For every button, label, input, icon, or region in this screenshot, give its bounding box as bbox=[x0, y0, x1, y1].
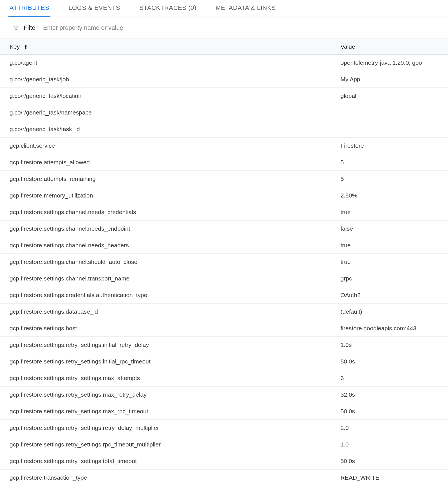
cell-value: 50.0s bbox=[341, 358, 448, 365]
cell-key: gcp.firestore.settings.credentials.authe… bbox=[0, 292, 341, 298]
cell-key: gcp.firestore.settings.channel.transport… bbox=[0, 275, 341, 282]
column-header-value-label: Value bbox=[341, 43, 355, 50]
table-row[interactable]: gcp.firestore.settings.channel.needs_hea… bbox=[0, 237, 448, 254]
table-row[interactable]: gcp.firestore.settings.database_id(defau… bbox=[0, 304, 448, 320]
cell-value: 50.0s bbox=[341, 458, 448, 464]
table-row[interactable]: gcp.firestore.settings.retry_settings.rp… bbox=[0, 436, 448, 453]
cell-key: gcp.firestore.settings.database_id bbox=[0, 308, 341, 315]
table-row[interactable]: gcp.firestore.settings.retry_settings.ma… bbox=[0, 403, 448, 420]
filter-icon bbox=[12, 24, 20, 32]
table-row[interactable]: gcp.firestore.settings.retry_settings.to… bbox=[0, 453, 448, 470]
table-row[interactable]: gcp.firestore.transaction_typeREAD_WRITE bbox=[0, 470, 448, 485]
table-row[interactable]: gcp.firestore.settings.channel.needs_cre… bbox=[0, 204, 448, 221]
cell-value: true bbox=[341, 242, 448, 249]
table-row[interactable]: gcp.client.serviceFirestore bbox=[0, 138, 448, 154]
cell-value: 5 bbox=[341, 176, 448, 182]
cell-value: 32.0s bbox=[341, 391, 448, 398]
cell-key: gcp.firestore.settings.channel.needs_end… bbox=[0, 225, 341, 232]
table-row[interactable]: gcp.firestore.settings.credentials.authe… bbox=[0, 287, 448, 304]
tab-stacktraces[interactable]: STACKTRACES (0) bbox=[138, 0, 198, 17]
cell-value: (default) bbox=[341, 308, 448, 315]
cell-value: firestore.googleapis.com:443 bbox=[341, 325, 448, 332]
table-header: Key Value bbox=[0, 39, 448, 55]
cell-value: 2.50% bbox=[341, 192, 448, 199]
cell-value: OAuth2 bbox=[341, 292, 448, 298]
cell-key: g.co/r/generic_task/job bbox=[0, 76, 341, 83]
cell-value: My App bbox=[341, 76, 448, 83]
cell-key: gcp.firestore.transaction_type bbox=[0, 474, 341, 481]
cell-value: 6 bbox=[341, 375, 448, 381]
table-row[interactable]: gcp.firestore.settings.retry_settings.re… bbox=[0, 420, 448, 436]
table-row[interactable]: gcp.firestore.settings.retry_settings.in… bbox=[0, 353, 448, 370]
cell-key: g.co/agent bbox=[0, 59, 341, 66]
cell-value: Firestore bbox=[341, 142, 448, 149]
column-header-key[interactable]: Key bbox=[0, 43, 341, 50]
table-row[interactable]: g.co/r/generic_task/task_id bbox=[0, 121, 448, 138]
cell-key: gcp.firestore.settings.retry_settings.rp… bbox=[0, 441, 341, 448]
cell-value: 50.0s bbox=[341, 408, 448, 415]
cell-key: gcp.firestore.attempts_remaining bbox=[0, 176, 341, 182]
cell-key: g.co/r/generic_task/namespace bbox=[0, 109, 341, 116]
attributes-table: Key Value g.co/agentopentelemetry-java 1… bbox=[0, 39, 448, 485]
cell-value: grpc bbox=[341, 275, 448, 282]
table-row[interactable]: gcp.firestore.settings.channel.needs_end… bbox=[0, 221, 448, 237]
tab-attributes[interactable]: ATTRIBUTES bbox=[8, 0, 50, 17]
cell-key: gcp.client.service bbox=[0, 142, 341, 149]
cell-value: 5 bbox=[341, 159, 448, 166]
tab-logs-events[interactable]: LOGS & EVENTS bbox=[67, 0, 121, 17]
cell-key: gcp.firestore.settings.retry_settings.ma… bbox=[0, 375, 341, 381]
cell-key: gcp.firestore.settings.channel.should_au… bbox=[0, 259, 341, 265]
table-row[interactable]: gcp.firestore.attempts_remaining5 bbox=[0, 171, 448, 187]
cell-key: g.co/r/generic_task/task_id bbox=[0, 126, 341, 133]
cell-value: opentelemetry-java 1.29.0; goo bbox=[341, 59, 448, 66]
cell-key: gcp.firestore.settings.retry_settings.ma… bbox=[0, 408, 341, 415]
cell-key: gcp.firestore.settings.host bbox=[0, 325, 341, 332]
column-header-value[interactable]: Value bbox=[341, 43, 448, 50]
table-row[interactable]: gcp.firestore.settings.hostfirestore.goo… bbox=[0, 320, 448, 337]
tab-metadata-links[interactable]: METADATA & LINKS bbox=[214, 0, 277, 17]
cell-key: gcp.firestore.settings.retry_settings.in… bbox=[0, 342, 341, 348]
cell-key: gcp.firestore.attempts_allowed bbox=[0, 159, 341, 166]
filter-bar: Filter bbox=[0, 17, 448, 39]
column-header-key-label: Key bbox=[10, 43, 20, 50]
cell-value: READ_WRITE bbox=[341, 474, 448, 481]
cell-key: g.co/r/generic_task/location bbox=[0, 93, 341, 99]
cell-key: gcp.firestore.settings.channel.needs_hea… bbox=[0, 242, 341, 249]
tab-bar: ATTRIBUTES LOGS & EVENTS STACKTRACES (0)… bbox=[0, 0, 448, 17]
arrow-up-icon bbox=[23, 44, 29, 50]
table-row[interactable]: gcp.firestore.settings.retry_settings.ma… bbox=[0, 387, 448, 403]
table-row[interactable]: gcp.firestore.settings.channel.transport… bbox=[0, 270, 448, 287]
cell-value: 2.0 bbox=[341, 425, 448, 431]
filter-input[interactable] bbox=[42, 24, 448, 32]
table-row[interactable]: g.co/r/generic_task/jobMy App bbox=[0, 71, 448, 88]
table-row[interactable]: gcp.firestore.settings.retry_settings.ma… bbox=[0, 370, 448, 387]
cell-key: gcp.firestore.settings.retry_settings.ma… bbox=[0, 391, 341, 398]
table-row[interactable]: gcp.firestore.memory_utilization2.50% bbox=[0, 187, 448, 204]
cell-key: gcp.firestore.settings.retry_settings.re… bbox=[0, 425, 341, 431]
filter-label: Filter bbox=[24, 24, 37, 32]
table-row[interactable]: g.co/r/generic_task/locationglobal bbox=[0, 88, 448, 104]
table-row[interactable]: g.co/r/generic_task/namespace bbox=[0, 104, 448, 121]
table-row[interactable]: gcp.firestore.settings.channel.should_au… bbox=[0, 254, 448, 270]
cell-value: 1.0 bbox=[341, 441, 448, 448]
table-row[interactable]: gcp.firestore.settings.retry_settings.in… bbox=[0, 337, 448, 353]
cell-value: global bbox=[341, 93, 448, 99]
table-row[interactable]: gcp.firestore.attempts_allowed5 bbox=[0, 154, 448, 171]
cell-key: gcp.firestore.settings.retry_settings.in… bbox=[0, 358, 341, 365]
table-row[interactable]: g.co/agentopentelemetry-java 1.29.0; goo bbox=[0, 55, 448, 71]
cell-key: gcp.firestore.memory_utilization bbox=[0, 192, 341, 199]
cell-value: false bbox=[341, 225, 448, 232]
cell-value: true bbox=[341, 259, 448, 265]
cell-key: gcp.firestore.settings.retry_settings.to… bbox=[0, 458, 341, 464]
cell-value: 1.0s bbox=[341, 342, 448, 348]
cell-value: true bbox=[341, 209, 448, 215]
cell-key: gcp.firestore.settings.channel.needs_cre… bbox=[0, 209, 341, 215]
